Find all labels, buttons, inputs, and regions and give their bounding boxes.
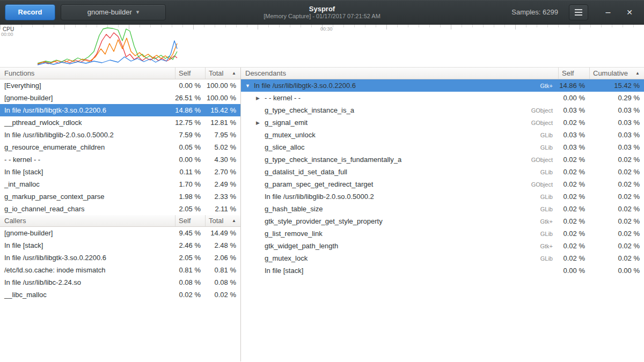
tree-row[interactable]: In file /usr/lib/libglib-2.0.so.0.5000.2… <box>241 190 644 203</box>
cell-self-percent: 26.51 % <box>175 94 205 102</box>
total-column-header[interactable]: Total ▲ <box>205 68 240 79</box>
cell-cumulative-percent: 15.42 % <box>589 82 644 90</box>
cell-total-percent: 2.11 % <box>205 205 240 213</box>
cell-function-name: g_io_channel_read_chars <box>0 205 175 213</box>
table-row[interactable]: __libc_malloc0.02 %0.02 % <box>0 289 240 301</box>
functions-column-header[interactable]: Functions <box>0 68 175 79</box>
table-row[interactable]: - - kernel - -0.00 %4.30 % <box>0 153 240 166</box>
cell-self-percent: 0.11 % <box>175 168 205 176</box>
table-row[interactable]: In file /usr/lib/libgtk-3.so.0.2200.614.… <box>0 104 240 116</box>
callers-table-header: Callers Self Total ▲ <box>0 215 240 227</box>
cell-function-name: g_mutex_lock <box>265 254 519 262</box>
cell-category: GObject <box>519 120 558 126</box>
cell-total-percent: 2.48 % <box>205 241 240 249</box>
callers-column-header[interactable]: Callers <box>0 215 175 226</box>
self-column-header[interactable]: Self <box>175 215 205 226</box>
tree-row[interactable]: gtk_widget_path_lengthGtk+0.02 %0.02 % <box>241 240 644 252</box>
cell-self-percent: 2.46 % <box>175 241 205 249</box>
right-pane: Descendants Self Cumulative ▲ ▼In file /… <box>241 68 644 361</box>
cell-self-percent: 0.02 % <box>558 119 589 127</box>
cell-function-name: __libc_malloc <box>0 291 175 299</box>
self-column-header[interactable]: Self <box>558 68 589 79</box>
tree-row[interactable]: g_datalist_id_set_data_fullGLib0.02 %0.0… <box>241 166 644 178</box>
tree-row[interactable]: gtk_style_provider_get_style_propertyGtk… <box>241 215 644 227</box>
table-row[interactable]: [gnome-builder]9.45 %14.49 % <box>0 227 240 239</box>
descendants-rows: ▼In file /usr/lib/libgtk-3.so.0.2200.6Gt… <box>241 79 644 277</box>
tree-row[interactable]: g_hash_table_sizeGLib0.02 %0.02 % <box>241 203 644 215</box>
cell-function-name: In file /usr/lib/libglib-2.0.so.0.5000.2 <box>0 131 175 139</box>
cell-function-name: g_mutex_unlock <box>265 131 519 139</box>
cell-total-percent: 0.02 % <box>205 291 240 299</box>
cell-self-percent: 0.03 % <box>558 143 589 151</box>
tree-row[interactable]: In file [stack]0.00 %0.00 % <box>241 264 644 277</box>
cell-function-name: gtk_widget_path_length <box>265 242 519 250</box>
cell-self-percent: 0.02 % <box>558 242 589 250</box>
functions-rows: [Everything]0.00 %100.00 %[gnome-builder… <box>0 79 240 215</box>
tree-row[interactable]: ▼In file /usr/lib/libgtk-3.so.0.2200.6Gt… <box>241 79 644 92</box>
tree-row[interactable]: g_slice_allocGLib0.03 %0.03 % <box>241 141 644 153</box>
cell-function-name: [Everything] <box>0 82 175 90</box>
tree-row[interactable]: g_type_check_instance_is_fundamentally_a… <box>241 153 644 166</box>
expander-icon[interactable]: ▼ <box>245 83 254 88</box>
table-row[interactable]: [gnome-builder]26.51 %100.00 % <box>0 92 240 104</box>
menu-button[interactable] <box>569 4 588 20</box>
table-row[interactable]: g_resource_enumerate_children0.05 %5.02 … <box>0 141 240 153</box>
tree-row[interactable]: g_param_spec_get_redirect_targetGObject0… <box>241 178 644 190</box>
functions-table-header: Functions Self Total ▲ <box>0 68 240 79</box>
minimize-button[interactable]: – <box>601 5 615 19</box>
self-column-header[interactable]: Self <box>175 68 205 79</box>
record-button[interactable]: Record <box>5 4 55 20</box>
window-title: Sysprof <box>309 5 335 13</box>
cell-function-name: g_hash_table_size <box>265 205 519 213</box>
table-row[interactable]: /etc/ld.so.cache: inode mismatch0.81 %0.… <box>0 264 240 276</box>
tree-row[interactable]: g_mutex_unlockGLib0.03 %0.03 % <box>241 129 644 141</box>
descendants-column-header[interactable]: Descendants <box>241 68 558 79</box>
cell-category: GObject <box>519 107 558 114</box>
expander-icon[interactable]: ▶ <box>256 120 265 125</box>
tree-row[interactable]: ▶g_signal_emitGObject0.02 %0.03 % <box>241 116 644 129</box>
cell-cumulative-percent: 0.02 % <box>589 230 644 238</box>
cell-function-name: g_datalist_id_set_data_full <box>265 168 519 176</box>
cell-total-percent: 12.81 % <box>205 119 240 127</box>
cell-cumulative-percent: 0.02 % <box>589 217 644 225</box>
table-row[interactable]: __pthread_rwlock_rdlock12.75 %12.81 % <box>0 116 240 129</box>
table-row[interactable]: g_io_channel_read_chars2.05 %2.11 % <box>0 203 240 215</box>
cell-self-percent: 0.02 % <box>558 168 589 176</box>
cell-function-name: - - kernel - - <box>265 94 519 102</box>
cell-cumulative-percent: 0.02 % <box>589 156 644 164</box>
expander-icon[interactable]: ▶ <box>256 95 265 101</box>
table-row[interactable]: In file [stack]2.46 %2.48 % <box>0 239 240 252</box>
total-column-header[interactable]: Total ▲ <box>205 215 240 226</box>
cell-self-percent: 0.02 % <box>558 193 589 201</box>
cell-cumulative-percent: 0.00 % <box>589 267 644 275</box>
cell-total-percent: 0.08 % <box>205 278 240 286</box>
cell-self-percent: 0.00 % <box>558 94 589 102</box>
sort-indicator-icon: ▲ <box>232 71 238 76</box>
table-row[interactable]: _int_malloc1.70 %2.49 % <box>0 178 240 190</box>
cell-total-percent: 2.06 % <box>205 254 240 262</box>
table-row[interactable]: In file /usr/lib/libglib-2.0.so.0.5000.2… <box>0 129 240 141</box>
cell-self-percent: 12.75 % <box>175 119 205 127</box>
cell-function-name: In file /usr/lib/libc-2.24.so <box>0 278 175 286</box>
cell-function-name: gtk_style_provider_get_style_property <box>265 217 519 225</box>
tree-row[interactable]: ▶- - kernel - -0.00 %0.29 % <box>241 92 644 104</box>
table-row[interactable]: [Everything]0.00 %100.00 % <box>0 79 240 92</box>
cell-function-name: [gnome-builder] <box>0 229 175 237</box>
tree-row[interactable]: g_type_check_instance_is_aGObject0.03 %0… <box>241 104 644 116</box>
table-row[interactable]: In file /usr/lib/libgtk-3.so.0.2200.62.0… <box>0 252 240 264</box>
table-row[interactable]: In file /usr/lib/libc-2.24.so0.08 %0.08 … <box>0 276 240 289</box>
tree-row[interactable]: g_list_remove_linkGLib0.02 %0.02 % <box>241 227 644 240</box>
table-row[interactable]: In file [stack]0.11 %2.70 % <box>0 166 240 178</box>
cpu-graph[interactable]: CPU 00:00 00:30 <box>0 25 644 67</box>
cell-category: GLib <box>519 206 558 212</box>
process-selector-dropdown[interactable]: gnome-builder ▾ <box>61 4 166 20</box>
close-button[interactable]: ✕ <box>623 5 636 19</box>
table-row[interactable]: g_markup_parse_context_parse1.98 %2.33 % <box>0 190 240 203</box>
tree-row[interactable]: g_mutex_lockGLib0.02 %0.02 % <box>241 252 644 264</box>
cell-function-name: g_param_spec_get_redirect_target <box>265 180 519 188</box>
cell-self-percent: 0.02 % <box>558 217 589 225</box>
cumulative-column-header[interactable]: Cumulative ▲ <box>589 68 644 79</box>
cell-cumulative-percent: 0.03 % <box>589 131 644 139</box>
cell-total-percent: 14.49 % <box>205 229 240 237</box>
cell-category: GObject <box>519 181 558 188</box>
